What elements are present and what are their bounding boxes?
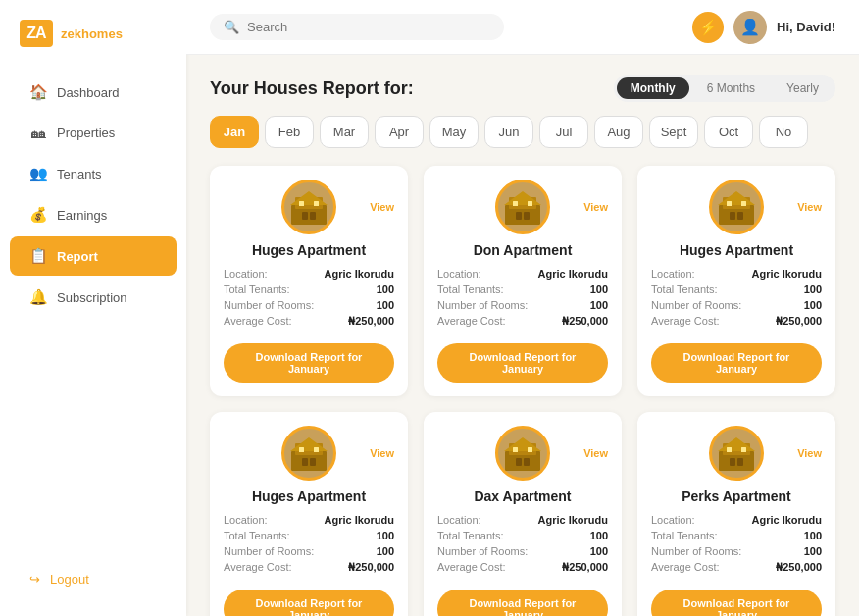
search-bar[interactable]: 🔍 — [210, 14, 504, 40]
svg-rect-25 — [310, 458, 316, 466]
period-tab-monthly[interactable]: Monthly — [617, 77, 689, 99]
nav-label-earnings: Earnings — [57, 208, 107, 223]
card-view-link-5[interactable]: View — [797, 447, 822, 459]
tenants-value-4: 100 — [590, 530, 608, 541]
month-tab-oct[interactable]: Oct — [704, 116, 753, 148]
tenants-label-3: Total Tenants: — [224, 530, 290, 541]
rooms-value-0: 100 — [377, 299, 394, 311]
sidebar-item-subscription[interactable]: 🔔 Subscription — [10, 278, 177, 317]
card-view-link-2[interactable]: View — [797, 201, 822, 213]
property-cards-grid: View Huges Apartment Location: Agric Iko… — [210, 166, 835, 616]
card-top-5: View — [651, 426, 822, 481]
card-top-0: View — [224, 180, 394, 234]
apt-thumbnail-1 — [495, 180, 550, 234]
card-location-0: Location: Agric Ikorudu — [224, 268, 394, 280]
svg-rect-20 — [741, 201, 746, 206]
apt-thumbnail-3 — [281, 426, 336, 481]
logout-label: Logout — [50, 572, 89, 587]
location-label-4: Location: — [437, 514, 481, 526]
card-top-1: View — [437, 180, 608, 234]
svg-rect-34 — [528, 447, 532, 452]
download-button-4[interactable]: Download Report for January — [437, 590, 608, 616]
month-tab-mar[interactable]: Mar — [320, 116, 369, 148]
nav-icon-dashboard: 🏠 — [29, 83, 47, 101]
month-tab-aug[interactable]: Aug — [594, 116, 643, 148]
location-label-5: Location: — [651, 514, 695, 526]
nav-icon-tenants: 👥 — [29, 165, 47, 182]
sidebar-item-tenants[interactable]: 👥 Tenants — [10, 154, 177, 193]
rooms-value-3: 100 — [377, 545, 394, 557]
location-value-5: Agric Ikorudu — [751, 514, 822, 526]
sidebar-item-earnings[interactable]: 💰 Earnings — [10, 195, 177, 234]
card-rooms-2: Number of Rooms: 100 — [651, 299, 822, 311]
download-button-5[interactable]: Download Report for January — [651, 590, 822, 616]
tenants-label-4: Total Tenants: — [437, 530, 504, 541]
nav-label-dashboard: Dashboard — [57, 85, 120, 100]
cost-value-3: ₦250,000 — [348, 561, 394, 574]
cost-label-4: Average Cost: — [437, 561, 506, 574]
month-tab-feb[interactable]: Feb — [265, 116, 314, 148]
month-tabs: JanFebMarAprMayJunJulAugSeptOctNo — [210, 116, 835, 148]
svg-rect-33 — [513, 447, 518, 452]
sidebar-item-dashboard[interactable]: 🏠 Dashboard — [10, 73, 177, 112]
card-view-link-3[interactable]: View — [370, 447, 394, 459]
search-input[interactable] — [247, 20, 490, 34]
card-top-4: View — [437, 426, 608, 481]
month-tab-no[interactable]: No — [759, 116, 808, 148]
card-top-2: View — [651, 180, 822, 234]
month-tab-jan[interactable]: Jan — [210, 116, 259, 148]
location-label-3: Location: — [224, 514, 268, 526]
svg-rect-17 — [730, 212, 735, 220]
svg-rect-5 — [299, 201, 304, 206]
cost-value-5: ₦250,000 — [776, 561, 822, 574]
download-button-3[interactable]: Download Report for January — [224, 590, 394, 616]
download-button-2[interactable]: Download Report for January — [651, 343, 822, 383]
rooms-value-2: 100 — [804, 299, 822, 311]
tenants-label-0: Total Tenants: — [224, 283, 290, 295]
logo: ZA zekhomes — [0, 20, 186, 71]
month-tab-may[interactable]: May — [430, 116, 479, 148]
tenants-label-2: Total Tenants: — [651, 283, 718, 295]
location-value-2: Agric Ikorudu — [751, 268, 822, 280]
logout-icon: ↪ — [29, 572, 40, 587]
property-card-3: View Huges Apartment Location: Agric Iko… — [210, 412, 408, 616]
period-tab-6-months[interactable]: 6 Months — [693, 77, 769, 99]
rooms-value-1: 100 — [590, 299, 608, 311]
card-location-1: Location: Agric Ikorudu — [437, 268, 608, 280]
month-tab-jul[interactable]: Jul — [539, 116, 588, 148]
rooms-label-4: Number of Rooms: — [437, 545, 528, 557]
rooms-value-5: 100 — [804, 545, 822, 557]
tenants-value-1: 100 — [590, 283, 608, 295]
logout-button[interactable]: ↪ Logout — [10, 562, 177, 596]
content-area: Your Houses Report for: Monthly6 MonthsY… — [186, 55, 859, 616]
svg-rect-13 — [528, 201, 532, 206]
month-tab-apr[interactable]: Apr — [375, 116, 424, 148]
apt-thumbnail-0 — [281, 180, 336, 234]
card-rooms-4: Number of Rooms: 100 — [437, 545, 608, 557]
download-button-0[interactable]: Download Report for January — [224, 343, 394, 383]
month-tab-sept[interactable]: Sept — [649, 116, 698, 148]
location-label-2: Location: — [651, 268, 695, 280]
svg-rect-26 — [299, 447, 304, 452]
card-name-3: Huges Apartment — [224, 488, 394, 504]
svg-rect-31 — [516, 458, 522, 466]
card-view-link-0[interactable]: View — [370, 201, 394, 213]
property-card-1: View Don Apartment Location: Agric Ikoru… — [424, 166, 622, 396]
card-tenants-0: Total Tenants: 100 — [224, 283, 394, 295]
sidebar-item-properties[interactable]: 🏘 Properties — [10, 114, 177, 152]
nav-icon-earnings: 💰 — [29, 206, 47, 224]
notification-button[interactable]: ⚡ — [692, 12, 724, 43]
property-card-4: View Dax Apartment Location: Agric Ikoru… — [424, 412, 622, 616]
sidebar-item-report[interactable]: 📋 Report — [10, 236, 177, 276]
rooms-label-0: Number of Rooms: — [224, 299, 314, 311]
card-view-link-1[interactable]: View — [583, 201, 608, 213]
download-button-1[interactable]: Download Report for January — [437, 343, 608, 383]
card-name-5: Perks Apartment — [651, 488, 822, 504]
cost-label-1: Average Cost: — [437, 315, 506, 328]
period-tab-yearly[interactable]: Yearly — [773, 77, 833, 99]
month-tab-jun[interactable]: Jun — [484, 116, 533, 148]
card-view-link-4[interactable]: View — [583, 447, 608, 459]
card-name-1: Don Apartment — [437, 242, 608, 258]
tenants-label-5: Total Tenants: — [651, 530, 718, 541]
card-cost-5: Average Cost: ₦250,000 — [651, 561, 822, 574]
